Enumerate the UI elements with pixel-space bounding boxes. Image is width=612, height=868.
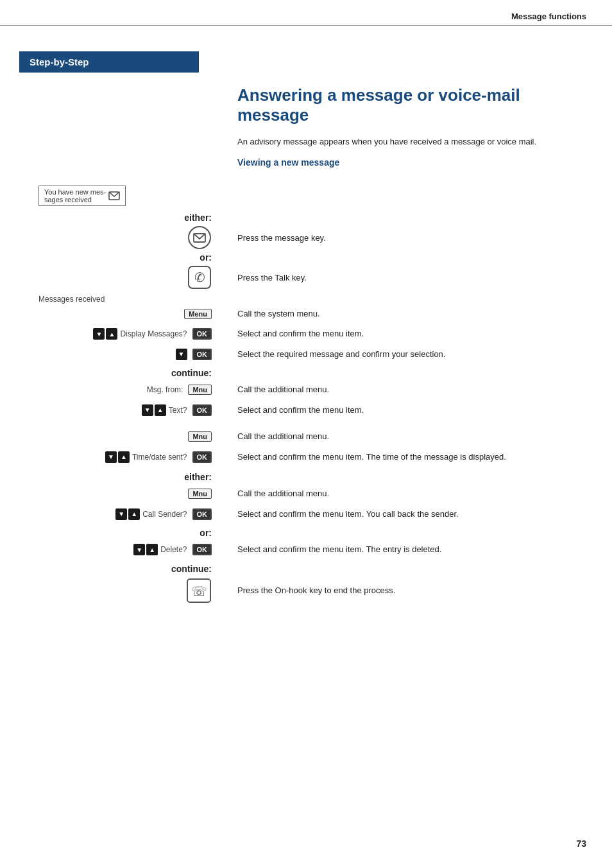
left-column [0,73,218,174]
message-key-icon [187,225,212,250]
onhook-left: ☏ [0,578,218,603]
msg-from-label: Msg. from: [147,385,183,394]
display-messages-arrows: ▼ ▲ [93,328,117,340]
either-2-row: either: [0,472,612,482]
messages-received-label: Messages received [38,295,105,304]
either-1-label: either: [184,213,212,223]
mnu-2-row: Mnu Call the additional menu. [0,428,612,446]
or-1-label: or: [200,252,212,263]
msg-from-left: Msg. from: Mnu [0,381,218,399]
intro-text: An advisory message appears when you hav… [237,135,586,148]
svg-text:✆: ✆ [194,270,205,284]
menu-1-button[interactable]: Menu [184,309,212,319]
mnu-2-left: Mnu [0,428,218,446]
page-header: Message functions [0,0,612,26]
new-messages-left: You have new mes-sages received [0,186,218,206]
msg-from-mnu[interactable]: Mnu [188,385,212,395]
or-1-right [218,252,612,263]
delete-label: Delete? [160,545,187,554]
mnu-3-left: Mnu [0,485,218,503]
arrow-up-icon: ▲ [106,328,117,340]
msg-from-right: Call the additional menu. [218,381,612,399]
text-arrows: ▼ ▲ [142,404,166,416]
mnu-2-right: Call the additional menu. [218,428,612,446]
onhook-text: Press the On-hook key to end the process… [237,586,395,595]
svg-point-1 [189,227,210,248]
text-text: Select and confirm the menu item. [237,405,364,415]
call-sender-left: ▼ ▲ Call Sender? OK [0,505,218,523]
either-2-right [218,472,612,482]
text-row: ▼ ▲ Text? OK Select and confirm the menu… [0,401,612,419]
time-date-arrows: ▼ ▲ [105,451,130,463]
onhook-row: ☏ Press the On-hook key to end the proce… [0,578,612,603]
right-intro: Answering a message or voice-mail messag… [218,73,612,174]
delete-row: ▼ ▲ Delete? OK Select and confirm the me… [0,541,612,559]
arrow-down-6-icon: ▼ [133,544,145,555]
mnu-3-right: Call the additional menu. [218,485,612,503]
page-number: 73 [576,838,586,849]
step-row-new-messages: You have new mes-sages received [0,186,612,206]
messages-received-row: Messages received [0,295,612,304]
onhook-right: Press the On-hook key to end the process… [218,578,612,603]
display-messages-text: Select and confirm the menu item. [237,329,364,338]
time-date-label: Time/date sent? [132,453,187,462]
menu-1-text: Call the system menu. [237,309,320,318]
select-message-ok[interactable]: OK [192,349,212,360]
call-sender-label: Call Sender? [142,510,187,519]
text-ok[interactable]: OK [192,404,212,416]
delete-arrows: ▼ ▲ [133,544,158,555]
text-right: Select and confirm the menu item. [218,401,612,419]
section-subtitle: Viewing a new message [237,157,586,168]
mnu-3-button[interactable]: Mnu [188,489,212,499]
time-date-text: Select and confirm the menu item. The ti… [237,452,506,462]
continue-2-label: continue: [171,564,212,574]
time-date-ok[interactable]: OK [192,451,212,463]
talk-key-icon: ✆ [187,265,212,290]
call-sender-ok[interactable]: OK [192,508,212,520]
delete-ok[interactable]: OK [192,544,212,555]
call-sender-row: ▼ ▲ Call Sender? OK Select and confirm t… [0,505,612,523]
mnu-2-button[interactable]: Mnu [188,431,212,442]
continue-2-left: continue: [0,564,218,574]
message-key-row: Press the message key. [0,225,612,250]
talk-key-row: ✆ Press the Talk key. [0,265,612,290]
arrow-up-6-icon: ▲ [146,544,158,555]
continue-1-right [218,368,612,378]
display-messages-row: ▼ ▲ Display Messages? OK Select and conf… [0,325,612,343]
arrow-down-3-icon: ▼ [142,404,153,416]
or-1-left: or: [0,252,218,263]
arrow-down-2-icon: ▼ [176,349,187,360]
either-2-label: either: [184,472,212,482]
delete-left: ▼ ▲ Delete? OK [0,541,218,559]
svg-text:☏: ☏ [191,584,207,598]
new-messages-text: You have new mes-sages received [44,188,106,204]
continue-1-label: continue: [171,368,212,378]
arrow-up-3-icon: ▲ [155,404,166,416]
select-message-row: ▼ OK Select the required message and con… [0,345,612,363]
msg-from-row: Msg. from: Mnu Call the additional menu. [0,381,612,399]
mail-icon [108,191,120,200]
or-2-right [218,528,612,538]
either-1-row: either: [0,213,612,223]
arrow-down-5-icon: ▼ [115,508,127,520]
select-message-left: ▼ OK [0,345,218,363]
delete-text: Select and confirm the menu item. The en… [237,544,441,554]
or-2-row: or: [0,528,612,538]
talk-key-right: Press the Talk key. [218,265,612,290]
message-key-left [0,225,218,250]
arrow-up-5-icon: ▲ [128,508,140,520]
text-label: Text? [169,406,187,415]
messages-received-left: Messages received [0,295,218,304]
select-message-right: Select the required message and confirm … [218,345,612,363]
page-header-title: Message functions [511,12,586,21]
select-message-arrows: ▼ [176,349,187,360]
mnu-3-row: Mnu Call the additional menu. [0,485,612,503]
new-messages-display: You have new mes-sages received [38,186,126,206]
continue-2-row: continue: [0,564,612,574]
display-messages-right: Select and confirm the menu item. [218,325,612,343]
time-date-right: Select and confirm the menu item. The ti… [218,448,612,466]
talk-key-left: ✆ [0,265,218,290]
display-messages-ok[interactable]: OK [192,328,212,340]
or-2-label: or: [200,528,212,538]
select-message-text: Select the required message and confirm … [237,349,445,359]
